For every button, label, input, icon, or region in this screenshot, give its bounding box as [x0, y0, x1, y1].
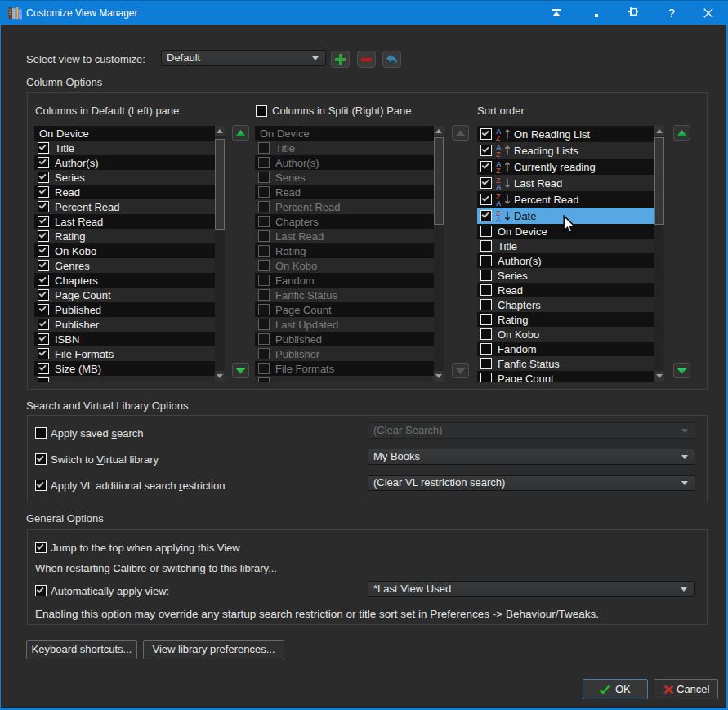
svg-text:Z: Z — [496, 167, 501, 173]
svg-text:A: A — [496, 216, 502, 222]
svg-text:Z: Z — [496, 150, 501, 157]
svg-text:Z: Z — [496, 134, 501, 141]
svg-text:A: A — [496, 199, 502, 206]
svg-text:A: A — [496, 183, 502, 190]
